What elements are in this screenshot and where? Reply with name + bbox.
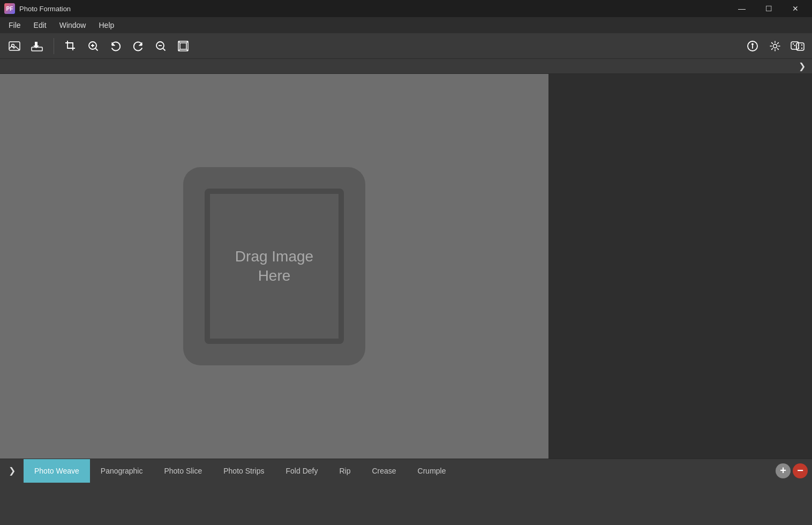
tab-collapse-button[interactable]: ❯ xyxy=(0,459,24,483)
undo-button[interactable] xyxy=(106,36,126,56)
svg-point-15 xyxy=(798,44,799,45)
title-bar-left: PF Photo Formation xyxy=(4,3,71,14)
title-bar: PF Photo Formation — ☐ ✕ xyxy=(0,0,812,17)
minimize-button[interactable]: — xyxy=(730,0,754,17)
svg-rect-6 xyxy=(180,43,186,49)
import-button[interactable] xyxy=(27,36,47,56)
tab-fold-defy[interactable]: Fold Defy xyxy=(275,459,329,483)
drop-zone[interactable]: Drag ImageHere xyxy=(183,167,365,365)
svg-point-18 xyxy=(801,47,802,48)
svg-rect-2 xyxy=(32,47,42,51)
zoom-in-button[interactable] xyxy=(83,36,103,56)
svg-point-16 xyxy=(801,44,802,45)
canvas-area[interactable]: Drag ImageHere xyxy=(0,74,548,459)
info-button[interactable] xyxy=(742,36,763,56)
settings-button[interactable] xyxy=(765,36,785,56)
close-button[interactable]: ✕ xyxy=(783,0,808,17)
remove-tab-button[interactable]: − xyxy=(793,463,808,478)
tab-photo-weave[interactable]: Photo Weave xyxy=(24,459,90,483)
toolbar xyxy=(0,33,812,59)
effects-button[interactable] xyxy=(787,36,808,56)
menu-edit[interactable]: Edit xyxy=(27,19,53,32)
zoom-out-button[interactable] xyxy=(151,36,171,56)
secondary-bar: ❯ xyxy=(0,59,812,74)
toolbar-separator-1 xyxy=(54,38,54,54)
tab-crumple[interactable]: Crumple xyxy=(407,459,457,483)
tab-crease[interactable]: Crease xyxy=(361,459,407,483)
app-icon: PF xyxy=(4,3,15,14)
tab-panographic[interactable]: Panographic xyxy=(90,459,154,483)
drop-zone-inner: Drag ImageHere xyxy=(205,189,344,344)
tab-add-remove: + − xyxy=(776,463,812,478)
chevron-right-icon: ❯ xyxy=(799,62,806,71)
svg-point-9 xyxy=(773,44,777,48)
tab-rip[interactable]: Rip xyxy=(328,459,361,483)
svg-point-12 xyxy=(794,44,795,46)
right-panel xyxy=(548,74,812,459)
svg-point-8 xyxy=(752,43,753,44)
bottom-tabs: ❯ Photo Weave Panographic Photo Slice Ph… xyxy=(0,459,812,482)
svg-point-17 xyxy=(798,47,799,48)
tab-photo-slice[interactable]: Photo Slice xyxy=(153,459,213,483)
menu-file[interactable]: File xyxy=(2,19,27,32)
fit-button[interactable] xyxy=(173,36,193,56)
add-tab-button[interactable]: + xyxy=(776,463,791,478)
main-content: Drag ImageHere xyxy=(0,74,812,459)
photo-button[interactable] xyxy=(4,36,25,56)
bottom-panel xyxy=(0,482,812,525)
maximize-button[interactable]: ☐ xyxy=(756,0,781,17)
menu-help[interactable]: Help xyxy=(92,19,121,32)
tab-photo-strips[interactable]: Photo Strips xyxy=(213,459,275,483)
svg-point-11 xyxy=(793,43,794,44)
redo-button[interactable] xyxy=(128,36,148,56)
app-title: Photo Formation xyxy=(19,5,71,13)
drop-text: Drag ImageHere xyxy=(235,247,313,286)
crop-button[interactable] xyxy=(61,36,81,56)
menu-window[interactable]: Window xyxy=(53,19,93,32)
chevron-down-icon: ❯ xyxy=(9,466,16,476)
window-controls: — ☐ ✕ xyxy=(730,0,808,17)
menu-bar: File Edit Window Help xyxy=(0,17,812,33)
collapse-button[interactable]: ❯ xyxy=(799,61,806,71)
